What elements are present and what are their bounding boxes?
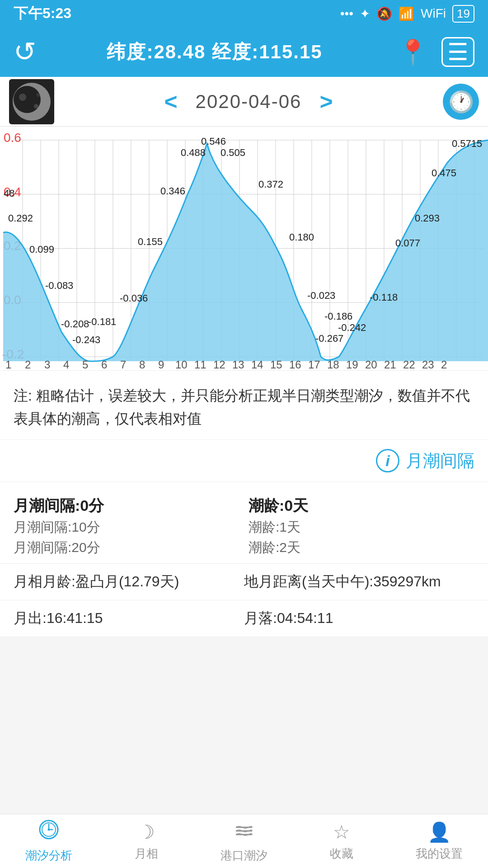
svg-point-2 [19, 94, 26, 101]
tidal-nav-icon [38, 819, 59, 845]
svg-text:0.488: 0.488 [181, 147, 206, 158]
svg-text:-0.023: -0.023 [307, 290, 335, 301]
nav-item-harbor[interactable]: 港口潮汐 [195, 819, 293, 863]
moon-interval-cell: 月潮间隔:0分 月潮间隔:10分 月潮间隔:20分 [14, 495, 239, 559]
svg-text:6: 6 [101, 359, 107, 370]
svg-point-3 [34, 104, 38, 108]
svg-text:19: 19 [346, 359, 358, 370]
favorites-nav-label: 收藏 [330, 846, 353, 862]
svg-text:5: 5 [477, 138, 482, 149]
nav-spacer [0, 637, 488, 696]
next-date-button[interactable]: > [319, 89, 333, 115]
svg-text:4: 4 [63, 359, 69, 370]
svg-text:0.546: 0.546 [201, 136, 226, 147]
svg-text:-0.036: -0.036 [120, 292, 148, 304]
info-row-1: 月相月龄:盈凸月(12.79天) 地月距离(当天中午):359297km [0, 564, 488, 600]
svg-text:18: 18 [327, 359, 339, 370]
moon-interval-primary: 月潮间隔:0分 [14, 495, 239, 516]
svg-text:-0.243: -0.243 [72, 334, 100, 345]
moon-rise-info: 月出:16:41:15 [14, 605, 244, 632]
moon-phase-info: 月相月龄:盈凸月(12.79天) [14, 568, 244, 595]
svg-text:17: 17 [308, 359, 320, 370]
bottom-nav: 潮汐分析 ☽ 月相 港口潮汐 ☆ 收藏 👤 我的设置 [0, 814, 488, 868]
svg-text:-0.181: -0.181 [88, 316, 116, 327]
svg-text:22: 22 [403, 359, 415, 370]
svg-text:9: 9 [158, 359, 164, 370]
date-nav: < 2020-04-06 > 🕐 [0, 77, 488, 127]
moon-interval-secondary1: 月潮间隔:10分 [14, 518, 239, 537]
svg-text:0.346: 0.346 [160, 185, 185, 197]
battery-icon: 19 [452, 5, 474, 23]
svg-text:0.180: 0.180 [289, 231, 314, 243]
interval-section: i 月潮间隔 [0, 440, 488, 482]
tidal-nav-label: 潮汐分析 [25, 848, 72, 863]
tidal-age-primary: 潮龄:0天 [249, 495, 474, 516]
svg-text:11: 11 [194, 359, 206, 370]
svg-point-4 [37, 93, 40, 97]
clock-icon: 🕐 [448, 90, 474, 114]
tidal-age-secondary2: 潮龄:2天 [249, 538, 474, 557]
svg-text:-0.242: -0.242 [338, 322, 366, 333]
app-header: ↺ 纬度:28.48 经度:115.15 📍 ☰ [0, 27, 488, 77]
svg-text:13: 13 [232, 359, 244, 370]
info-row-2: 月出:16:41:15 月落:04:54:11 [0, 600, 488, 637]
svg-text:0.372: 0.372 [258, 179, 283, 190]
svg-text:20: 20 [365, 359, 377, 370]
refresh-button[interactable]: ↺ [14, 38, 36, 66]
svg-text:-0.267: -0.267 [315, 333, 343, 344]
current-date: 2020-04-06 [196, 91, 302, 113]
clock-button[interactable]: 🕐 [443, 84, 479, 120]
svg-text:3: 3 [44, 359, 50, 370]
mute-icon: 🔕 [376, 6, 392, 21]
wifi-icon: WiFi [421, 6, 446, 21]
svg-text:0.505: 0.505 [221, 147, 245, 158]
nav-item-moon[interactable]: ☽ 月相 [98, 821, 195, 862]
harbor-nav-label: 港口潮汐 [221, 848, 267, 863]
date-controls: < 2020-04-06 > [63, 89, 434, 115]
settings-nav-label: 我的设置 [416, 846, 463, 862]
svg-text:-0.208: -0.208 [61, 318, 89, 330]
header-title: 纬度:28.48 经度:115.15 [107, 39, 322, 65]
svg-text:14: 14 [251, 359, 263, 370]
star-nav-icon: ☆ [333, 821, 350, 843]
nav-item-settings[interactable]: 👤 我的设置 [390, 821, 488, 862]
note-text: 注: 粗略估计，误差较大，并只能分析正规半日潮类型潮汐，数值并不代表具体的潮高，… [14, 387, 470, 427]
data-grid: 月潮间隔:0分 月潮间隔:10分 月潮间隔:20分 潮龄:0天 潮龄:1天 潮龄… [0, 482, 488, 564]
status-bar: 下午5:23 ••• ✦ 🔕 📶 WiFi 19 [0, 0, 488, 27]
info-icon[interactable]: i [376, 449, 399, 472]
interval-label: 月潮间隔 [406, 449, 474, 472]
moon-nav-icon: ☽ [138, 821, 155, 843]
svg-text:2: 2 [25, 359, 31, 370]
harbor-nav-icon [234, 819, 254, 845]
status-time: 下午5:23 [14, 4, 71, 24]
moon-nav-label: 月相 [135, 846, 158, 862]
menu-button[interactable]: ☰ [441, 37, 474, 67]
moon-interval-secondary2: 月潮间隔:20分 [14, 538, 239, 557]
svg-text:0.6: 0.6 [4, 131, 21, 145]
svg-point-95 [48, 828, 50, 830]
person-nav-icon: 👤 [427, 821, 451, 843]
dots-icon: ••• [340, 6, 353, 21]
svg-text:0.571: 0.571 [452, 138, 477, 149]
svg-text:1: 1 [5, 359, 11, 370]
svg-text:23: 23 [422, 359, 434, 370]
svg-text:2: 2 [441, 359, 447, 370]
nav-item-favorites[interactable]: ☆ 收藏 [293, 821, 390, 862]
svg-text:10: 10 [175, 359, 188, 370]
location-button[interactable]: 📍 [393, 38, 432, 66]
svg-text:16: 16 [289, 359, 301, 370]
svg-text:0.155: 0.155 [138, 236, 163, 247]
moon-image [9, 79, 54, 124]
svg-text:12: 12 [213, 359, 225, 370]
svg-text:-0.186: -0.186 [324, 311, 352, 322]
svg-text:5: 5 [82, 359, 88, 370]
moon-distance-info: 地月距离(当天中午):359297km [244, 568, 474, 595]
prev-date-button[interactable]: < [164, 89, 177, 115]
svg-text:0.099: 0.099 [29, 244, 54, 255]
status-icons: ••• ✦ 🔕 📶 WiFi 19 [340, 5, 474, 23]
svg-text:0.475: 0.475 [432, 167, 456, 179]
tidal-age-secondary1: 潮龄:1天 [249, 518, 474, 537]
svg-text:0.077: 0.077 [395, 237, 420, 249]
bluetooth-icon: ✦ [360, 6, 370, 21]
nav-item-tidal[interactable]: 潮汐分析 [0, 819, 98, 863]
